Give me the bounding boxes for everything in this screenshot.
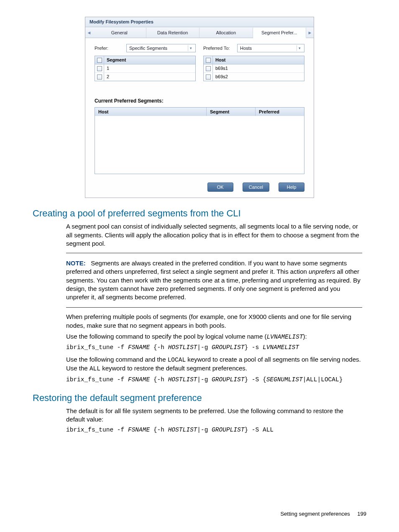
segment-row-value: 1 xyxy=(104,64,195,72)
text: Use the following command and the xyxy=(66,356,168,363)
inline-code: ALL xyxy=(90,365,100,372)
host-table: Host b69s1 b69s2 xyxy=(203,56,304,81)
preferred-to-label: Preferred To: xyxy=(203,46,235,51)
note-emph: all xyxy=(98,293,104,301)
text: Use the following command to specify the… xyxy=(66,333,266,340)
table-row[interactable]: 1 xyxy=(95,64,195,73)
segment-table-header: Segment xyxy=(104,56,195,64)
command-line: ibrix_fs_tune -f FSNAME {-h HOSTLIST|-g … xyxy=(66,376,362,384)
host-row-value: b69s1 xyxy=(213,64,304,72)
prefer-label: Prefer: xyxy=(95,46,124,51)
modify-filesystem-dialog: Modify Filesystem Properties ◄ General D… xyxy=(85,17,314,198)
chevron-down-icon: ▾ xyxy=(297,45,302,51)
host-row-checkbox[interactable] xyxy=(206,66,211,71)
para: Use the following command to specify the… xyxy=(66,332,362,342)
preferred-to-select[interactable]: Hosts ▾ xyxy=(237,44,304,52)
section-heading-create-pool: Creating a pool of preferred segments fr… xyxy=(33,208,366,219)
note-box: NOTE: Segments are always created in the… xyxy=(66,253,362,308)
tab-data-retention[interactable]: Data Retention xyxy=(146,28,200,38)
help-button[interactable]: Help xyxy=(279,182,304,192)
inline-code: LOCAL xyxy=(168,357,186,363)
footer-text: Setting segment preferences xyxy=(280,511,350,517)
prefer-select[interactable]: Specific Segments ▾ xyxy=(126,44,196,52)
command-line: ibrix_fs_tune -f FSNAME {-h HOSTLIST|-g … xyxy=(66,426,362,434)
cancel-button[interactable]: Cancel xyxy=(243,182,269,192)
para: The default is for all file system segme… xyxy=(66,407,362,424)
current-preferred-heading: Current Preferred Segments: xyxy=(95,98,304,104)
pref-col-host[interactable]: Host xyxy=(95,108,207,116)
prefer-select-value: Specific Segments xyxy=(129,46,167,51)
note-text: Segments are always created in the prefe… xyxy=(66,260,347,275)
note-label: NOTE: xyxy=(66,260,86,267)
pref-col-segment[interactable]: Segment xyxy=(207,108,256,116)
segment-row-checkbox[interactable] xyxy=(97,66,102,71)
tab-scroll-right-icon[interactable]: ► xyxy=(306,27,314,38)
page-footer: Setting segment preferences 199 xyxy=(280,511,366,517)
preferred-segments-table: Host Segment Preferred xyxy=(95,107,304,174)
segment-select-all-checkbox[interactable] xyxy=(97,58,102,63)
inline-code: LVNAMELIST xyxy=(266,334,303,340)
text: ): xyxy=(303,333,307,340)
host-row-value: b69s2 xyxy=(213,73,304,81)
dialog-title: Modify Filesystem Properties xyxy=(85,17,314,27)
section-heading-restore-default: Restoring the default segment preference xyxy=(33,393,366,403)
pref-col-preferred[interactable]: Preferred xyxy=(256,108,304,116)
text: keyword to restore the default segment p… xyxy=(100,365,247,372)
table-row[interactable]: 2 xyxy=(95,73,195,81)
tab-general[interactable]: General xyxy=(93,28,146,38)
segment-row-value: 2 xyxy=(104,73,195,81)
segment-table: Segment 1 2 xyxy=(95,56,196,81)
segment-row-checkbox[interactable] xyxy=(97,75,102,80)
preferred-to-select-value: Hosts xyxy=(240,46,252,51)
para: Use the following command and the LOCAL … xyxy=(66,355,362,373)
ok-button[interactable]: OK xyxy=(207,182,233,192)
page-number: 199 xyxy=(357,511,366,517)
command-line: ibrix_fs_tune -f FSNAME {-h HOSTLIST|-g … xyxy=(66,344,362,352)
host-row-checkbox[interactable] xyxy=(206,75,211,80)
table-row[interactable]: b69s2 xyxy=(204,73,304,81)
table-row[interactable]: b69s1 xyxy=(204,64,304,73)
para: When preferring multiple pools of segmen… xyxy=(66,313,362,330)
tab-scroll-left-icon[interactable]: ◄ xyxy=(85,27,93,38)
host-select-all-checkbox[interactable] xyxy=(206,58,211,63)
dialog-tabbar: ◄ General Data Retention Allocation Segm… xyxy=(85,27,314,38)
tab-segment-preference[interactable]: Segment Prefer... xyxy=(253,28,307,38)
note-text: segments become preferred. xyxy=(104,293,186,301)
para: A segment pool can consist of individual… xyxy=(66,222,362,248)
tab-allocation[interactable]: Allocation xyxy=(200,28,253,38)
note-emph: unprefers xyxy=(309,268,335,275)
chevron-down-icon: ▾ xyxy=(188,45,194,51)
host-table-header: Host xyxy=(213,56,304,64)
